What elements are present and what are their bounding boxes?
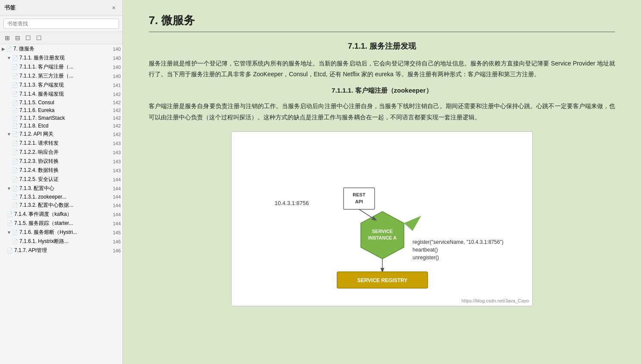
tree-label: 7.1.2.1. 请求转发	[19, 140, 59, 147]
tree-page: 140	[111, 47, 121, 52]
svg-text:REST: REST	[353, 192, 366, 197]
tree-item-s7124[interactable]: 📄7.1.2.4. 数据转换143	[0, 166, 122, 175]
tree-arrow: ▼	[7, 230, 11, 235]
tree-page: 142	[111, 92, 121, 97]
tree-label: 7.1.5. 服务跟踪（starter...	[14, 220, 73, 227]
tree-arrow: ▼	[7, 132, 11, 137]
tree-icon: 📄	[12, 108, 18, 113]
tree-item-s7131[interactable]: 📄7.1.3.1. zookeeper...144	[0, 193, 122, 201]
tree-label: 7.1.7. API管理	[14, 247, 47, 254]
tree-icon: 📄	[6, 46, 12, 52]
tree-item-s715[interactable]: 📄7.1.5. 服务跟踪（starter...144	[0, 219, 122, 228]
tree-label: 7.1.2.3. 协议转换	[19, 158, 59, 165]
tree-label: 7.1.1. 服务注册发现	[19, 54, 65, 62]
sidebar-title: 书签	[4, 4, 16, 12]
tree-icon: 📄	[12, 202, 18, 208]
tree-icon: 📄	[7, 248, 13, 253]
tree-page: 143	[111, 141, 121, 146]
tree-item-s7117[interactable]: 📄7.1.1.7. SmartStack142	[0, 114, 122, 122]
svg-text:register("serviceName, "10.4.3: register("serviceName, "10.4.3.1:8756")	[413, 239, 503, 245]
tree-item-s712[interactable]: ▼📄7.1.2. API 网关142	[0, 130, 122, 139]
tree-label: 7.1.2.2. 响应合并	[19, 149, 59, 156]
tree-item-s7113[interactable]: 📄7.1.1.3. 客户端发现141	[0, 81, 122, 90]
svg-text:SERVICE: SERVICE	[372, 229, 393, 234]
tree-item-s7114[interactable]: 📄7.1.1.4. 服务端发现142	[0, 90, 122, 99]
tree-item-s7121[interactable]: 📄7.1.2.1. 请求转发143	[0, 139, 122, 148]
tree-icon: 📄	[12, 230, 18, 235]
tree-page: 144	[111, 203, 121, 208]
tree-page: 142	[111, 132, 121, 137]
tree-item-s716[interactable]: ▼📄7.1.6. 服务熔断（Hystri...145	[0, 228, 122, 237]
tree-item-s7125[interactable]: 📄7.1.2.5. 安全认证144	[0, 175, 122, 184]
subsection-title: 7.1.1.1. 客户端注册（zookeeper）	[149, 87, 615, 95]
close-button[interactable]: ×	[109, 3, 118, 12]
tree-item-s7161[interactable]: 📄7.1.6.1. Hystrix断路...146	[0, 237, 122, 246]
tree-icon: 📄	[12, 194, 18, 200]
tree-label: 7.1.1.6. Eureka	[19, 107, 54, 113]
tree-label: 7.1.1.3. 客户端发现	[19, 81, 64, 89]
tree-icon: 📄	[12, 82, 18, 88]
toolbar-icon-4[interactable]: ☐	[35, 34, 43, 42]
toolbar-icon-2[interactable]: ⊟	[14, 34, 22, 42]
search-input[interactable]	[3, 19, 119, 29]
tree-page: 144	[111, 221, 121, 226]
tree-item-s714[interactable]: 📄7.1.4. 事件调度（kafka）144	[0, 210, 122, 219]
tree-arrow: ▶	[2, 47, 5, 51]
sidebar: 书签 × ⊞ ⊟ ☐ ☐ ▶📄7. 微服务140▼📄7.1.1. 服务注册发现1…	[0, 0, 123, 364]
svg-rect-0	[344, 188, 375, 209]
tree-label: 7.1.1.2. 第三方注册（...	[19, 72, 73, 80]
intro-text: 服务注册就是维护一个登记簿，它管理系统内所有的服务地址。当新的服务启动后，它会向…	[149, 58, 615, 80]
tree-icon: 📄	[12, 159, 18, 164]
tree-item-s717[interactable]: 📄7.1.7. API管理146	[0, 246, 122, 255]
tree-icon: 📄	[12, 149, 18, 155]
tree-item-ch7[interactable]: ▶📄7. 微服务140	[0, 44, 122, 53]
toolbar-icon-1[interactable]: ⊞	[3, 34, 11, 42]
sidebar-tree: ▶📄7. 微服务140▼📄7.1.1. 服务注册发现140📄7.1.1.1. 客…	[0, 44, 122, 364]
tree-page: 144	[111, 194, 121, 199]
tree-item-s7118[interactable]: 📄7.1.1.8. Etcd142	[0, 122, 122, 130]
tree-label: 7.1.1.5. Consul	[19, 100, 54, 106]
tree-item-s7132[interactable]: 📄7.1.3.2. 配置中心数据...144	[0, 201, 122, 210]
sidebar-search-container	[0, 16, 122, 32]
tree-label: 7.1.1.7. SmartStack	[19, 115, 65, 121]
tree-page: 143	[111, 159, 121, 164]
tree-item-s7122[interactable]: 📄7.1.2.2. 响应合并143	[0, 148, 122, 157]
toolbar-icon-3[interactable]: ☐	[24, 34, 32, 42]
svg-text:heartbeat(): heartbeat()	[413, 247, 438, 253]
tree-icon: 📄	[12, 73, 18, 79]
tree-label: 7.1.1.1. 客户端注册（...	[19, 63, 73, 71]
tree-item-s7123[interactable]: 📄7.1.2.3. 协议转换143	[0, 157, 122, 166]
section-title: 7.1.1. 服务注册发现	[149, 41, 615, 51]
svg-text:SERVICE REGISTRY: SERVICE REGISTRY	[357, 277, 408, 283]
tree-page: 145	[111, 230, 121, 235]
diagram-container: 10.4.3.1:8756 REST API SERVICE INSTANCE …	[149, 131, 615, 306]
tree-label: 7.1.2.4. 数据转换	[19, 167, 59, 174]
tree-item-s713[interactable]: ▼📄7.1.3. 配置中心144	[0, 184, 122, 193]
svg-text:API: API	[355, 199, 363, 204]
diagram: 10.4.3.1:8756 REST API SERVICE INSTANCE …	[231, 131, 533, 306]
tree-label: 7.1.3. 配置中心	[19, 185, 54, 192]
svg-marker-7	[404, 216, 421, 231]
tree-icon: 📄	[12, 91, 18, 97]
tree-item-s7116[interactable]: 📄7.1.1.6. Eureka142	[0, 106, 122, 114]
tree-icon: 📄	[12, 115, 18, 121]
tree-icon: 📄	[12, 123, 18, 129]
tree-item-s7111[interactable]: 📄7.1.1.1. 客户端注册（...140	[0, 62, 122, 72]
chapter-title: 7. 微服务	[149, 13, 615, 32]
tree-label: 7.1.2.5. 安全认证	[19, 176, 59, 183]
tree-icon: 📄	[12, 177, 18, 182]
tree-item-s711[interactable]: ▼📄7.1.1. 服务注册发现140	[0, 53, 122, 62]
tree-page: 140	[111, 56, 121, 61]
tree-item-s7112[interactable]: 📄7.1.1.2. 第三方注册（...140	[0, 72, 122, 81]
tree-page: 140	[111, 74, 121, 79]
tree-item-s7115[interactable]: 📄7.1.1.5. Consul142	[0, 99, 122, 106]
tree-label: 7.1.6. 服务熔断（Hystri...	[19, 229, 77, 236]
tree-label: 7.1.2. API 网关	[19, 131, 53, 138]
tree-icon: 📄	[7, 221, 13, 226]
svg-text:INSTANCE A: INSTANCE A	[368, 235, 397, 240]
tree-icon: 📄	[12, 168, 18, 173]
svg-line-6	[359, 209, 376, 220]
main-content: 7. 微服务 7.1.1. 服务注册发现 服务注册就是维护一个登记簿，它管理系统…	[123, 0, 641, 364]
sidebar-toolbar: ⊞ ⊟ ☐ ☐	[0, 32, 122, 44]
tree-arrow: ▼	[7, 56, 11, 60]
